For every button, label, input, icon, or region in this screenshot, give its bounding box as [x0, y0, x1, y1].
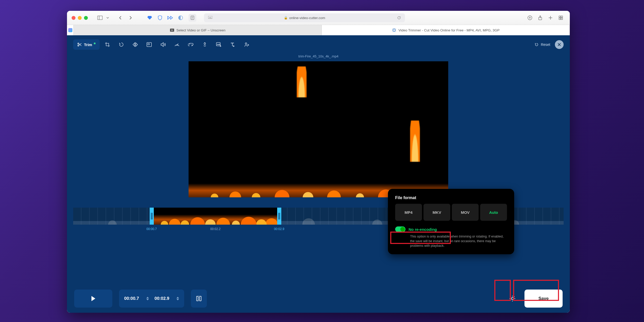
- add-text-tool-button[interactable]: [226, 39, 239, 50]
- lock-icon: 🔒: [284, 16, 288, 20]
- close-window-button[interactable]: [72, 16, 75, 20]
- split-icon: [196, 295, 202, 302]
- save-label: Save: [538, 296, 549, 301]
- scissors-icon: [77, 42, 82, 47]
- video-editor-app: Trim Reset trim-Fire_45_10s_4k_.mp4: [67, 35, 570, 313]
- svg-rect-11: [559, 16, 561, 18]
- svg-rect-14: [561, 18, 563, 20]
- save-button[interactable]: Save: [524, 290, 563, 308]
- format-option-mp4[interactable]: MP4: [395, 204, 422, 221]
- split-button[interactable]: [191, 290, 207, 308]
- svg-rect-21: [147, 43, 151, 47]
- filename-label: trim-Fire_45_10s_4k_.mp4: [67, 54, 570, 58]
- reload-icon[interactable]: [397, 16, 401, 20]
- gear-icon: [509, 295, 516, 302]
- popover-title: File format: [395, 196, 507, 200]
- rotate-tool-button[interactable]: [115, 39, 128, 50]
- svg-rect-12: [561, 16, 563, 18]
- reset-button[interactable]: Reset: [535, 43, 550, 47]
- end-time-stepper[interactable]: [176, 297, 179, 300]
- extension-shield-icon[interactable]: [156, 14, 164, 22]
- extension-moon-icon[interactable]: [176, 14, 185, 22]
- trim-start-handle[interactable]: [150, 208, 154, 225]
- minimize-window-button[interactable]: [78, 16, 82, 20]
- tab-video-trimmer[interactable]: Video Trimmer - Cut Video Online for Fre…: [322, 25, 570, 35]
- svg-point-29: [511, 298, 513, 300]
- nav-back-button[interactable]: [116, 14, 125, 22]
- video-preview[interactable]: [189, 61, 448, 197]
- no-reencoding-toggle[interactable]: [395, 226, 405, 232]
- svg-rect-22: [148, 44, 149, 45]
- reader-mode-icon[interactable]: [189, 14, 196, 22]
- trim-mid-time: 00:02.2: [210, 227, 221, 231]
- flame-decor: [410, 121, 420, 162]
- resize-tool-button[interactable]: [143, 39, 155, 50]
- sidebar-dropdown-chevron-icon[interactable]: [105, 14, 110, 22]
- sidebar-toggle-icon[interactable]: [96, 14, 104, 22]
- format-options: MP4MKVMOVAuto: [395, 204, 507, 221]
- format-popover: File format MP4MKVMOVAuto No re-encoding…: [388, 189, 514, 254]
- no-reencoding-label: No re-encoding: [409, 227, 437, 232]
- start-time-input[interactable]: 00:00.7: [124, 296, 139, 301]
- trim-label: Trim: [84, 43, 92, 47]
- crop-tool-button[interactable]: [101, 39, 114, 50]
- window-controls: [72, 16, 88, 20]
- svg-rect-27: [200, 296, 201, 301]
- nav-forward-button[interactable]: [126, 14, 135, 22]
- address-bar[interactable]: 🔒 online-video-cutter.com Aあ: [204, 13, 405, 22]
- close-icon: [557, 43, 561, 46]
- url-text: online-video-cutter.com: [289, 16, 325, 20]
- trim-end-handle[interactable]: [277, 208, 281, 225]
- no-reencoding-row: No re-encoding: [395, 226, 507, 232]
- play-button[interactable]: [74, 290, 112, 308]
- undo-icon: [535, 43, 539, 47]
- site-settings-icon[interactable]: Aあ: [208, 16, 212, 20]
- format-option-mkv[interactable]: MKV: [423, 204, 450, 221]
- loop-tool-button[interactable]: [185, 39, 197, 50]
- end-time-input[interactable]: 00:02.9: [155, 296, 170, 301]
- titlebar: 🔒 online-video-cutter.com Aあ: [67, 11, 570, 25]
- svg-text:Aあ: Aあ: [209, 17, 211, 19]
- tab-label: Select Video or GIF – Unscreen: [176, 28, 225, 32]
- start-time-stepper[interactable]: [146, 297, 149, 300]
- extension-gem-icon[interactable]: [145, 14, 154, 22]
- volume-tool-button[interactable]: [157, 39, 169, 50]
- close-editor-button[interactable]: [555, 40, 564, 49]
- flame-decor: [297, 66, 307, 97]
- tab-unscreen[interactable]: Select Video or GIF – Unscreen: [74, 25, 322, 35]
- site-favicon-icon: [392, 28, 396, 32]
- flip-tool-button[interactable]: [129, 39, 141, 50]
- video-file-icon: [170, 28, 174, 32]
- tab-overview-icon[interactable]: [556, 14, 565, 22]
- downloads-icon[interactable]: [526, 14, 534, 22]
- trim-tool-button[interactable]: Trim: [73, 39, 100, 50]
- remove-logo-tool-button[interactable]: [240, 39, 253, 50]
- pinned-tab[interactable]: [67, 25, 74, 35]
- new-tab-icon[interactable]: [546, 14, 555, 22]
- tool-row: Trim Reset: [67, 35, 570, 52]
- svg-rect-13: [559, 18, 561, 20]
- share-icon[interactable]: [536, 14, 545, 22]
- svg-point-23: [176, 45, 177, 46]
- trim-start-time: 00:00.7: [147, 227, 157, 231]
- play-icon: [91, 296, 96, 301]
- add-image-tool-button[interactable]: [213, 39, 225, 50]
- speed-tool-button[interactable]: [171, 39, 183, 50]
- format-option-mov[interactable]: MOV: [452, 204, 479, 221]
- svg-rect-26: [197, 296, 198, 301]
- trim-end-time: 00:02.9: [274, 227, 284, 231]
- stabilize-tool-button[interactable]: [199, 39, 211, 50]
- popover-description: This option is only available when trimm…: [395, 234, 507, 248]
- browser-tabs: Select Video or GIF – Unscreen Video Tri…: [67, 25, 570, 35]
- extension-fast-forward-icon[interactable]: [166, 14, 175, 22]
- timeline-selection[interactable]: [152, 208, 279, 225]
- settings-button[interactable]: [505, 292, 520, 306]
- svg-point-25: [245, 43, 247, 44]
- bottom-controls: 00:00.7 00:02.9 Save: [67, 284, 570, 313]
- svg-rect-0: [98, 16, 103, 20]
- time-input-group: 00:00.7 00:02.9: [119, 290, 184, 308]
- maximize-window-button[interactable]: [84, 16, 88, 20]
- browser-window: 🔒 online-video-cutter.com Aあ: [67, 11, 570, 313]
- tab-label: Video Trimmer - Cut Video Online for Fre…: [399, 28, 499, 32]
- format-option-auto[interactable]: Auto: [480, 204, 507, 221]
